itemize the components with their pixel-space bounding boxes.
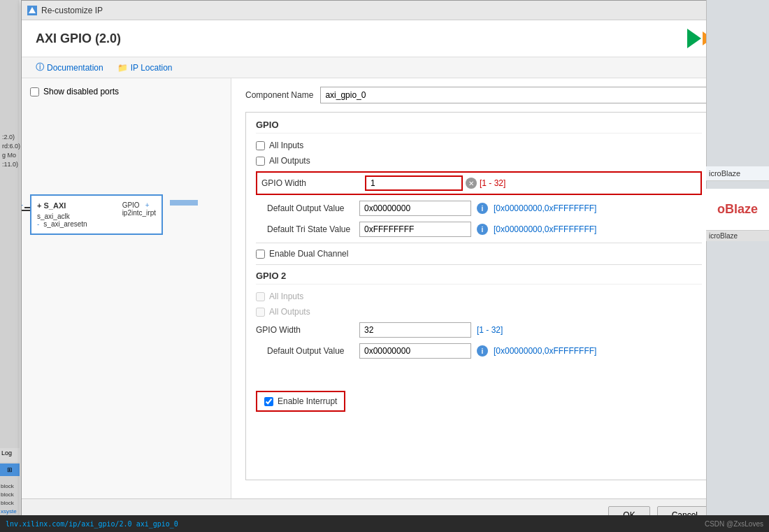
all-inputs-checkbox[interactable] [256,141,265,150]
default-tri-info-icon: i [477,224,488,235]
ip-block-container: + + S_AXI s_axi_aclk - [30,194,170,235]
divider-2 [256,264,702,265]
all-outputs2-label: All Outputs [269,307,310,317]
divider-1 [256,243,702,243]
gpio-width-range: [1 - 32] [480,178,505,188]
microblaze-text: icroBlaze [709,169,740,178]
enable-dual-label: Enable Dual Channel [269,249,348,259]
gpio-width-input[interactable] [365,175,463,191]
default-output2-info-icon: i [477,345,488,357]
title-bar: Re-customize IP × [22,1,726,20]
enable-interrupt-label: Enable Interrupt [278,396,337,406]
log-button[interactable]: Log [0,448,20,462]
all-inputs2-label: All Inputs [269,292,303,301]
config-panel: Component Name GPIO All Inputs All Outpu… [231,78,726,498]
default-output2-row: Default Output Value i [0x00000000,0xFFF… [256,343,702,359]
block-diagram: + + S_AXI s_axi_aclk - [30,194,222,235]
default-output2-input[interactable] [359,343,471,359]
port-1-row: s_axi_aclk [37,213,87,220]
minus-icon: - [37,220,39,228]
gpio-width-label: GPIO Width [261,178,359,188]
sidebar-item-1: :2.0) [0,133,22,141]
ip-title: AXI GPIO (2.0) [36,31,121,46]
default-tri-label: Default Tri State Value [256,224,354,234]
status-url: lnv.xilinx.com/ip/axi_gpio/2.0 axi_gpio_… [6,520,178,528]
all-inputs-row: All Inputs [256,141,702,150]
ip-location-label: IP Location [131,63,173,73]
default-output2-range: [0x00000000,0xFFFFFFFF] [494,346,596,356]
dialog: Re-customize IP × AXI GPIO (2.0) ⓘ Docum… [21,0,727,532]
left-sidebar: :2.0) rd:6.0) g Mo :11.0) Log ⊞ block bl… [0,0,20,532]
gpio-width-input-group: ✕ [1 - 32] [365,175,505,191]
sidebar-item-2: rd:6.0) [0,142,22,150]
folder-icon: 📁 [117,63,128,73]
right-port-2: ip2intc_irpt [122,209,156,217]
all-inputs2-checkbox[interactable] [256,292,265,301]
enable-interrupt-checkbox[interactable] [264,397,273,406]
default-tri-row: Default Tri State Value i [0x00000000,0x… [256,222,702,237]
left-panel: Show disabled ports + + S_AXI [22,78,231,498]
component-name-input[interactable] [320,87,712,103]
dialog-icon [27,6,37,15]
gpio-section: GPIO All Inputs All Outputs GPIO Width [246,113,712,424]
connector-line-top [24,207,30,208]
plus-icon: + [22,201,23,209]
gpio2-width-input[interactable] [359,322,471,338]
gpio2-width-label: GPIO Width [256,325,354,335]
dialog-body: Show disabled ports + + S_AXI [22,78,726,498]
right-panel: icroBlaze oBlaze icroBlaze [706,0,769,532]
show-disabled-ports-row: Show disabled ports [30,87,222,96]
all-outputs2-row: All Outputs [256,307,702,317]
default-output2-label: Default Output Value [256,346,354,356]
block-item-3: block [0,499,20,507]
grid-icon: ⊞ [0,463,20,476]
all-inputs2-row: All Inputs [256,292,702,301]
gpio-port: GPIO [122,201,140,209]
enable-dual-checkbox[interactable] [256,250,265,259]
info-icon: ⓘ [36,62,44,73]
component-name-label: Component Name [245,90,313,100]
right-panel-microblaze-label: icroBlaze [706,166,769,181]
ip-block: + + S_AXI s_axi_aclk - [30,194,163,235]
title-bar-left: Re-customize IP [27,6,103,15]
connector-line-1 [22,210,30,211]
all-outputs-label: All Outputs [269,156,310,166]
show-disabled-ports-checkbox[interactable] [30,87,39,96]
logo-arrow-green [687,29,701,48]
gpio-width-clear-btn[interactable]: ✕ [466,178,477,189]
microblaze-2-text: icroBlaze [709,232,738,240]
block-item-2: block [0,491,20,498]
block-left: + S_AXI s_axi_aclk - s_axi_aresetn [37,201,87,228]
default-output-range: [0x00000000,0xFFFFFFFF] [494,203,596,213]
gpio2-width-row: GPIO Width [1 - 32] [256,322,702,338]
default-output-row: Default Output Value i [0x00000000,0xFFF… [256,201,702,216]
block-right: GPIO + ip2intc_irpt [122,201,156,217]
ip-location-link[interactable]: 📁 IP Location [117,63,173,73]
enable-interrupt-highlight-box: Enable Interrupt [256,391,345,412]
documentation-link[interactable]: ⓘ Documentation [36,62,103,73]
dialog-header: AXI GPIO (2.0) [22,20,726,57]
config-scroll-area[interactable]: GPIO All Inputs All Outputs GPIO Width [245,112,712,480]
all-outputs2-checkbox[interactable] [256,308,265,317]
port-2-row: - s_axi_aresetn [37,220,87,228]
logo-text: oBlaze [717,202,758,217]
block-content: + S_AXI s_axi_aclk - s_axi_aresetn [37,201,156,228]
port-1: s_axi_aclk [37,213,70,220]
default-output-info-icon: i [477,203,488,214]
gpio-width-highlight-box: GPIO Width ✕ [1 - 32] [256,171,702,195]
right-panel-microblaze-2: icroBlaze [706,231,769,241]
default-tri-input[interactable] [359,222,471,237]
gpio2-width-range: [1 - 32] [477,325,503,335]
default-tri-range: [0x00000000,0xFFFFFFFF] [494,224,596,234]
default-output-input[interactable] [359,201,471,216]
all-outputs-checkbox[interactable] [256,157,265,166]
spacer [256,364,702,385]
right-port-1: GPIO + [122,201,156,209]
sidebar-item-3: g Mo [0,151,22,159]
dialog-title: Re-customize IP [41,6,103,15]
gpio-connector [170,200,198,206]
status-bar: lnv.xilinx.com/ip/axi_gpio/2.0 axi_gpio_… [0,515,769,532]
status-watermark: CSDN @ZxsLoves [705,520,763,528]
gpio2-section-title: GPIO 2 [256,271,702,285]
right-connector-icon: + [145,201,150,209]
